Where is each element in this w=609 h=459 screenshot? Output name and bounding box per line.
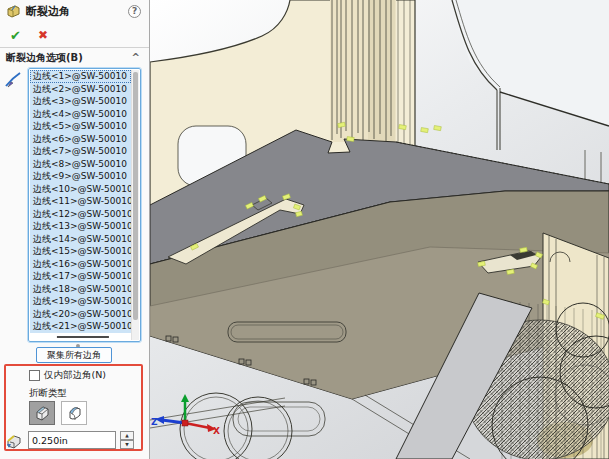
options-group-header[interactable]: 断裂边角选项(B) <box>6 50 127 66</box>
break-type-chamfer-button[interactable] <box>29 401 55 425</box>
distance-spinner: ▲ ▼ <box>120 431 134 449</box>
edge-list-item[interactable]: 边线<10>@SW-50010 <box>30 183 131 196</box>
internal-corners-only-checkbox[interactable] <box>29 370 40 381</box>
property-manager-titlebar: 断裂边角 ? <box>0 0 149 22</box>
edge-list-item[interactable]: 边线<6>@SW-50010 <box>30 133 131 146</box>
edge-list-item[interactable]: 边线<17>@SW-50010 <box>30 270 131 283</box>
spinner-down-icon[interactable]: ▼ <box>120 440 134 449</box>
spinner-up-icon[interactable]: ▲ <box>120 431 134 440</box>
edge-list-item[interactable]: 边线<14>@SW-50010 <box>30 233 131 246</box>
edge-list-item[interactable]: 边线<5>@SW-50010 <box>30 120 131 133</box>
edge-list-item[interactable]: 边线<21>@SW-50010 <box>30 320 131 333</box>
break-type-label: 折断类型 <box>29 387 67 400</box>
cancel-button[interactable]: ✖ <box>38 28 48 42</box>
edge-list-item[interactable]: 边线<8>@SW-50010 <box>30 158 131 171</box>
break-distance-input[interactable] <box>28 431 116 449</box>
solidworks-window: 断裂边角 ? ✔ ✖ 断裂边角选项(B) ^ 边线<1>@SW-50010边线<… <box>0 0 609 459</box>
fillet-icon <box>66 405 83 422</box>
internal-corners-only-row: 仅内部边角(N) <box>29 369 106 382</box>
property-manager-panel: 断裂边角 ? ✔ ✖ 断裂边角选项(B) ^ 边线<1>@SW-50010边线<… <box>0 0 150 459</box>
break-corner-feature-icon <box>6 4 21 19</box>
edge-selection-icon <box>4 71 22 89</box>
internal-corners-only-label: 仅内部边角(N) <box>44 369 106 382</box>
edge-list-item[interactable]: 边线<2>@SW-50010 <box>30 83 131 96</box>
edge-list-item[interactable]: 边线<4>@SW-50010 <box>30 108 131 121</box>
edge-list-item[interactable]: 边线<1>@SW-50010 <box>30 70 131 83</box>
edge-list-item[interactable]: 边线<15>@SW-50010 <box>30 245 131 258</box>
list-scrollbar[interactable] <box>131 70 139 340</box>
break-distance-icon <box>6 433 23 450</box>
edge-list-item[interactable]: 边线<18>@SW-50010 <box>30 283 131 296</box>
property-manager-actions: ✔ ✖ <box>0 24 48 46</box>
edge-list-item[interactable]: 边线<19>@SW-50010 <box>30 295 131 308</box>
ok-button[interactable]: ✔ <box>10 28 21 43</box>
edge-selection-list[interactable]: 边线<1>@SW-50010边线<2>@SW-50010边线<3>@SW-500… <box>28 68 141 342</box>
panel-title: 断裂边角 <box>26 4 70 19</box>
viewport-3d-model: X Z <box>150 0 609 459</box>
collapse-chevron-icon[interactable]: ^ <box>132 50 140 66</box>
edge-list-item[interactable]: 边线<11>@SW-50010 <box>30 195 131 208</box>
edge-list-item[interactable]: 边线<12>@SW-50010 <box>30 208 131 221</box>
triad-z-label: Z <box>151 417 158 427</box>
edge-list-item[interactable]: 边线<3>@SW-50010 <box>30 95 131 108</box>
edge-list-item[interactable]: 边线<9>@SW-50010 <box>30 170 131 183</box>
edge-list-item[interactable]: 边线<20>@SW-50010 <box>30 308 131 321</box>
edge-list-item[interactable]: 边线<7>@SW-50010 <box>30 145 131 158</box>
list-scrollbar-thumb[interactable] <box>133 72 138 320</box>
list-resize-handle[interactable] <box>56 336 108 338</box>
panel-divider <box>0 47 149 48</box>
triad-x-label: X <box>213 426 220 436</box>
collect-all-corners-button[interactable]: 聚集所有边角 <box>36 347 112 363</box>
edge-items-container: 边线<1>@SW-50010边线<2>@SW-50010边线<3>@SW-500… <box>30 70 131 340</box>
edge-list-item[interactable]: 边线<13>@SW-50010 <box>30 220 131 233</box>
graphics-viewport[interactable]: X Z <box>150 0 609 459</box>
chamfer-icon <box>34 405 51 422</box>
break-type-fillet-button[interactable] <box>61 401 87 425</box>
edge-list-item[interactable]: 边线<16>@SW-50010 <box>30 258 131 271</box>
help-icon[interactable]: ? <box>128 5 141 18</box>
